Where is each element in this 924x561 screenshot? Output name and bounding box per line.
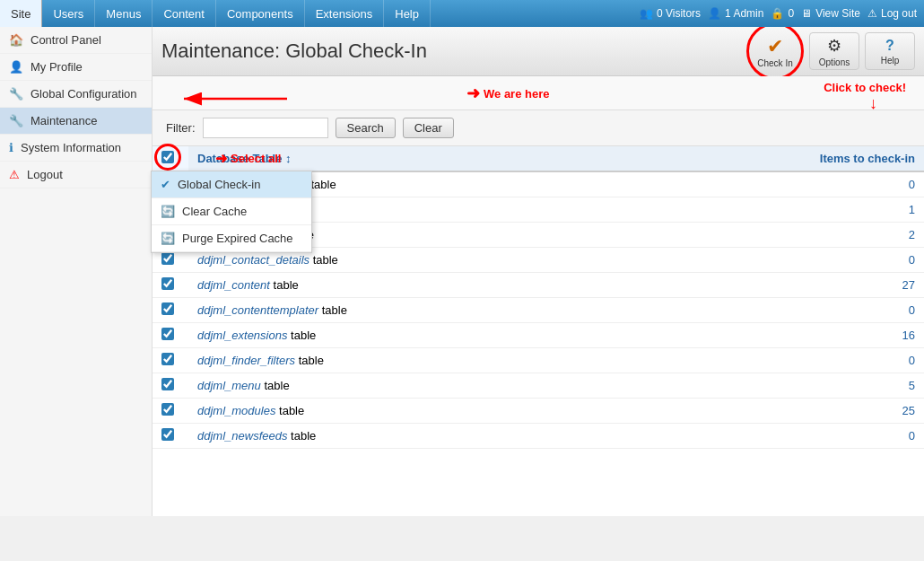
nav-tab-extensions[interactable]: Extensions: [305, 0, 385, 27]
nav-tab-components[interactable]: Components: [216, 0, 305, 27]
page-title: Maintenance: Global Check-In: [161, 39, 427, 63]
filter-input[interactable]: [203, 118, 328, 138]
row-checkbox[interactable]: [161, 302, 174, 315]
nav-tab-site[interactable]: Site: [0, 0, 42, 27]
filter-bar: Filter: Search Clear: [153, 110, 924, 146]
search-button[interactable]: Search: [336, 118, 396, 138]
admin-icon: 👤: [708, 7, 721, 20]
items-count: 25: [628, 399, 924, 424]
row-checkbox[interactable]: [161, 252, 174, 265]
control-panel-icon: 🏠: [9, 33, 23, 47]
my-profile-icon: 👤: [9, 60, 23, 74]
items-count: 16: [628, 323, 924, 348]
check-in-icon: ✔: [767, 35, 783, 58]
items-count: 0: [628, 298, 924, 323]
we-are-here-annotation: ➜ We are here: [466, 83, 549, 103]
clear-button[interactable]: Clear: [403, 118, 454, 138]
items-count: 0: [628, 171, 924, 197]
table-header-items: Items to check-in: [628, 146, 924, 171]
down-arrow-annotation: ↓: [869, 94, 877, 113]
table-row: ddjml_modules table25: [153, 399, 924, 424]
sidebar: 🏠 Control Panel 👤 My Profile 🔧 Global Co…: [0, 27, 153, 516]
maintenance-icon: 🔧: [9, 114, 23, 127]
options-label: Options: [819, 57, 850, 67]
table-name-link[interactable]: ddjml_modules: [197, 404, 275, 417]
top-navigation: Site Users Menus Content Components Exte…: [0, 0, 924, 27]
sidebar-item-maintenance[interactable]: 🔧 Maintenance ✔ Global Check-in 🔄 Clear …: [0, 108, 152, 135]
table-row: ddjml_newsfeeds table0: [153, 424, 924, 449]
lock-icon: 🔒: [771, 7, 784, 20]
help-label: Help: [881, 56, 900, 66]
logout-icon: ⚠: [867, 7, 877, 20]
row-checkbox[interactable]: [161, 328, 174, 340]
nav-tab-users[interactable]: Users: [42, 0, 95, 27]
nav-tab-help[interactable]: Help: [384, 0, 431, 27]
row-checkbox[interactable]: [161, 403, 174, 416]
select-all-checkbox[interactable]: [161, 151, 174, 163]
clear-cache-icon: 🔄: [161, 205, 175, 218]
nav-tab-content[interactable]: Content: [153, 0, 216, 27]
table-name-link[interactable]: ddjml_content: [197, 278, 270, 292]
purge-cache-icon: 🔄: [161, 232, 175, 245]
items-count: 0: [628, 424, 924, 449]
table-name-link[interactable]: ddjml_extensions: [197, 329, 287, 342]
view-site-link[interactable]: 🖥 View Site: [801, 7, 860, 20]
items-count: 27: [628, 273, 924, 298]
items-count: 1: [628, 197, 924, 223]
logout-link[interactable]: ⚠ Log out: [867, 7, 917, 20]
row-checkbox[interactable]: [161, 277, 174, 290]
table-name-link[interactable]: ddjml_menu: [197, 379, 261, 392]
select-all-annotation: ➜ Select all: [215, 150, 281, 167]
table-row: ddjml_content table27: [153, 273, 924, 298]
logout-sidebar-icon: ⚠: [9, 168, 20, 181]
check-in-button[interactable]: ✔ Check In: [746, 27, 804, 80]
sidebar-item-logout[interactable]: ⚠ Logout: [0, 162, 152, 188]
click-to-check-annotation: Click to check!: [824, 81, 906, 94]
help-icon: ?: [885, 38, 894, 54]
row-checkbox[interactable]: [161, 353, 174, 365]
table-row: ddjml_menu table5: [153, 373, 924, 399]
sidebar-item-system-info[interactable]: ℹ System Information: [0, 135, 152, 162]
items-count: 0: [628, 248, 924, 273]
table-name-link[interactable]: ddjml_contact_details: [197, 253, 309, 267]
toolbar-buttons: ✔ Check In ⚙ Options ? Help: [746, 27, 915, 80]
items-count: 0: [628, 348, 924, 373]
admin-count: 👤 1 Admin: [708, 7, 763, 20]
visitors-icon: 👥: [640, 7, 653, 20]
annotation-bar: ➜ We are here Click to check! ↓: [153, 76, 924, 110]
options-icon: ⚙: [827, 36, 841, 56]
content-toolbar: Maintenance: Global Check-In ✔ Check In …: [153, 27, 924, 76]
dropdown-purge-cache[interactable]: 🔄 Purge Expired Cache: [152, 225, 311, 252]
help-button[interactable]: ? Help: [865, 32, 915, 70]
checkin-icon: ✔: [161, 178, 170, 191]
nav-tab-menus[interactable]: Menus: [95, 0, 153, 27]
check-in-label: Check In: [757, 58, 792, 68]
row-checkbox[interactable]: [161, 378, 174, 390]
options-button[interactable]: ⚙ Options: [809, 32, 859, 70]
info-icon: ℹ: [9, 141, 13, 154]
lock-count: 🔒 0: [771, 7, 794, 20]
top-nav-right: 👥 0 Visitors 👤 1 Admin 🔒 0 🖥 View Site ⚠…: [640, 7, 924, 20]
table-name-link[interactable]: ddjml_finder_filters: [197, 354, 295, 367]
sidebar-item-control-panel[interactable]: 🏠 Control Panel: [0, 27, 152, 54]
sidebar-item-my-profile[interactable]: 👤 My Profile: [0, 54, 152, 81]
monitor-icon: 🖥: [801, 7, 812, 20]
filter-label: Filter:: [166, 121, 196, 135]
main-area: 🏠 Control Panel 👤 My Profile 🔧 Global Co…: [0, 27, 924, 516]
table-name-link[interactable]: ddjml_newsfeeds: [197, 429, 287, 443]
visitors-count: 👥 0 Visitors: [640, 7, 701, 20]
table-row: ddjml_extensions table16: [153, 323, 924, 348]
check-in-wrapper: ✔ Check In: [746, 27, 804, 80]
table-row: ddjml_finder_filters table0: [153, 348, 924, 373]
config-icon: 🔧: [9, 87, 23, 101]
row-checkbox[interactable]: [161, 428, 174, 441]
table-row: ddjml_contenttemplater table0: [153, 298, 924, 323]
sidebar-item-global-config[interactable]: 🔧 Global Configuration: [0, 81, 152, 108]
content-area: Maintenance: Global Check-In ✔ Check In …: [153, 27, 924, 516]
dropdown-global-checkin[interactable]: ✔ Global Check-in: [152, 171, 311, 198]
items-count: 5: [628, 373, 924, 399]
table-name-link[interactable]: ddjml_contenttemplater: [197, 303, 318, 317]
items-count: 2: [628, 223, 924, 248]
maintenance-dropdown: ✔ Global Check-in 🔄 Clear Cache 🔄 Purge …: [151, 171, 312, 253]
dropdown-clear-cache[interactable]: 🔄 Clear Cache: [152, 198, 311, 225]
